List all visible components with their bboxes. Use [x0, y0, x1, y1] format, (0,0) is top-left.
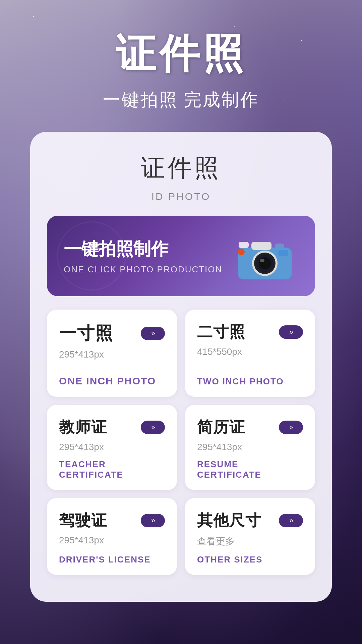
grid-item-teacher-cert[interactable]: 教师证 » 295*413px TEACHER CERTIFICATE	[47, 405, 177, 490]
item-title-zh-0: 一寸照	[59, 322, 113, 345]
arrow-badge-3: »	[279, 421, 303, 434]
grid-item-drivers-license[interactable]: 驾驶证 » 295*413px DRIVER'S LICENSE	[47, 498, 177, 575]
svg-rect-1	[251, 242, 272, 250]
arrow-badge-2: »	[141, 421, 165, 434]
svg-point-8	[260, 259, 264, 262]
item-size-2: 295*413px	[59, 442, 165, 452]
page-title: 证件照	[116, 27, 246, 82]
item-title-zh-1: 二寸照	[197, 322, 245, 342]
item-size-1: 415*550px	[197, 346, 303, 357]
arrow-badge-1: »	[279, 325, 303, 339]
item-size-3: 295*413px	[197, 442, 303, 452]
one-click-banner[interactable]: 一键拍照制作 ONE CLICK PHOTO PRODUCTION	[47, 216, 315, 296]
item-en-3: RESUME CERTIFICATE	[197, 459, 303, 480]
item-en-4: DRIVER'S LICENSE	[59, 554, 165, 565]
item-size-0: 295*413px	[59, 349, 165, 360]
item-title-zh-5: 其他尺寸	[197, 510, 261, 531]
item-en-5: OTHER SIZES	[197, 554, 303, 565]
arrow-badge-4: »	[141, 514, 165, 527]
svg-rect-10	[275, 244, 284, 248]
item-en-2: TEACHER CERTIFICATE	[59, 459, 165, 480]
svg-rect-3	[278, 250, 288, 256]
grid-item-header-4: 驾驶证 »	[59, 510, 165, 531]
card-title-en: ID PHOTO	[152, 191, 210, 202]
camera-icon	[231, 229, 298, 283]
item-title-zh-4: 驾驶证	[59, 510, 107, 531]
arrow-badge-5: »	[279, 514, 303, 527]
card-title-zh: 证件照	[141, 152, 221, 184]
item-size-5: 查看更多	[197, 535, 303, 548]
banner-text-zh: 一键拍照制作	[64, 237, 222, 261]
svg-point-9	[238, 249, 245, 255]
arrow-badge-0: »	[141, 327, 165, 340]
grid-item-one-inch[interactable]: 一寸照 » 295*413px ONE INCH PHOTO	[47, 310, 177, 397]
item-size-4: 295*413px	[59, 535, 165, 546]
svg-rect-2	[239, 242, 249, 248]
grid-item-header-3: 简历证 »	[197, 417, 303, 438]
main-card: 证件照 ID PHOTO 一键拍照制作 ONE CLICK PHOTO PROD…	[30, 132, 332, 602]
item-title-zh-3: 简历证	[197, 417, 245, 438]
hero-subtitle: 一键拍照 完成制作	[103, 88, 259, 112]
grid-item-header-2: 教师证 »	[59, 417, 165, 438]
grid-item-header: 一寸照 »	[59, 322, 165, 345]
item-en-1: TWO INCH PHOTO	[197, 376, 303, 387]
grid-item-other-sizes[interactable]: 其他尺寸 » 查看更多 OTHER SIZES	[185, 498, 315, 575]
banner-text-en: ONE CLICK PHOTO PRODUCTION	[64, 264, 222, 274]
banner-text: 一键拍照制作 ONE CLICK PHOTO PRODUCTION	[64, 237, 222, 275]
grid-item-resume-cert[interactable]: 简历证 » 295*413px RESUME CERTIFICATE	[185, 405, 315, 490]
item-en-0: ONE INCH PHOTO	[59, 375, 165, 387]
grid-item-header-5: 其他尺寸 »	[197, 510, 303, 531]
grid-item-two-inch[interactable]: 二寸照 » 415*550px TWO INCH PHOTO	[185, 310, 315, 397]
grid-item-header-1: 二寸照 »	[197, 322, 303, 342]
item-title-zh-2: 教师证	[59, 417, 107, 438]
svg-point-7	[259, 257, 271, 269]
photo-type-grid: 一寸照 » 295*413px ONE INCH PHOTO 二寸照 » 415…	[47, 310, 315, 575]
